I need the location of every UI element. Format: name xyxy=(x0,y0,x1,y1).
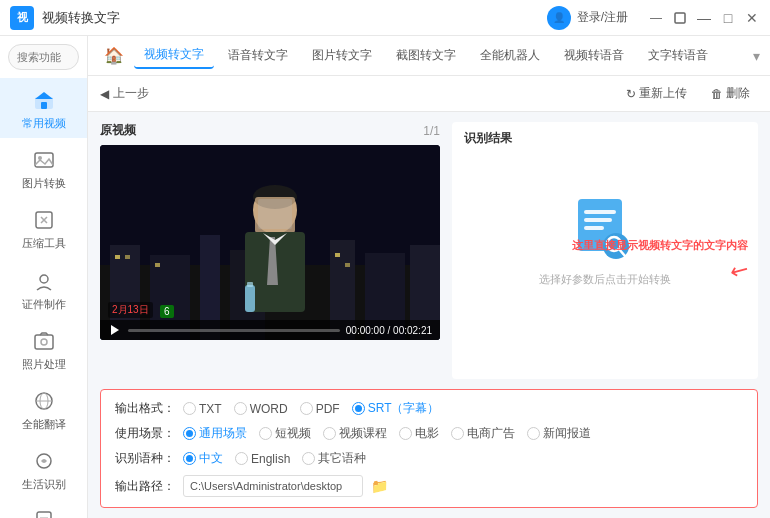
life-icon xyxy=(30,447,58,475)
maximize-button[interactable]: □ xyxy=(720,10,736,26)
delete-button[interactable]: 🗑 删除 xyxy=(703,82,758,105)
close-button[interactable]: ✕ xyxy=(744,10,760,26)
folder-icon[interactable]: 📁 xyxy=(371,478,388,494)
sidebar-item-translate[interactable]: 全能翻译 xyxy=(0,379,87,439)
progress-time: 00:00:00 / 00:02:21 xyxy=(346,325,432,336)
search-input[interactable] xyxy=(8,44,79,70)
format-word-radio[interactable] xyxy=(234,402,247,415)
lang-english-radio[interactable] xyxy=(235,452,248,465)
lang-chinese-radio[interactable] xyxy=(183,452,196,465)
scene-movie[interactable]: 电影 xyxy=(399,425,439,442)
svg-marker-44 xyxy=(111,325,119,335)
minimize-button[interactable]: — xyxy=(696,10,712,26)
main-layout: 常用视频 图片转换 压缩工具 xyxy=(0,36,770,518)
svg-rect-8 xyxy=(35,335,53,349)
scene-news[interactable]: 新闻报道 xyxy=(527,425,591,442)
sidebar-item-common-video[interactable]: 常用视频 xyxy=(0,78,87,138)
format-txt-radio[interactable] xyxy=(183,402,196,415)
avatar: 👤 xyxy=(547,6,571,30)
format-srt-radio[interactable] xyxy=(352,402,365,415)
user-section[interactable]: 👤 登录/注册 xyxy=(547,6,628,30)
sidebar-item-label: 照片处理 xyxy=(22,358,66,371)
sidebar-item-label: 证件制作 xyxy=(22,298,66,311)
lang-label: 识别语种： xyxy=(115,450,175,467)
back-button[interactable]: ◀ 上一步 xyxy=(100,85,149,102)
lang-chinese[interactable]: 中文 xyxy=(183,450,223,467)
svg-rect-48 xyxy=(584,226,604,230)
video-panel: 原视频 1/1 xyxy=(100,122,440,379)
sidebar-item-life-ocr[interactable]: 生活识别 xyxy=(0,439,87,499)
path-row: 输出路径： 📁 xyxy=(115,475,743,497)
reupload-button[interactable]: ↻ 重新上传 xyxy=(618,82,695,105)
scene-short[interactable]: 短视频 xyxy=(259,425,311,442)
sidebar-item-label: 生活识别 xyxy=(22,478,66,491)
title-bar: 视 视频转换文字 👤 登录/注册 — — □ ✕ xyxy=(0,0,770,36)
svg-rect-46 xyxy=(584,210,616,214)
format-txt[interactable]: TXT xyxy=(183,402,222,416)
scene-course[interactable]: 视频课程 xyxy=(323,425,387,442)
pin-icon[interactable] xyxy=(672,10,688,26)
tab-speech-text[interactable]: 语音转文字 xyxy=(218,43,298,68)
lang-english[interactable]: English xyxy=(235,452,290,466)
scene-short-radio[interactable] xyxy=(259,427,272,440)
work-area: 原视频 1/1 xyxy=(88,112,770,389)
nav-home-button[interactable]: 🏠 xyxy=(98,40,130,72)
toolbar: ◀ 上一步 ↻ 重新上传 🗑 删除 xyxy=(88,76,770,112)
back-label: 上一步 xyxy=(113,85,149,102)
format-row: 输出格式： TXT WORD PDF xyxy=(115,400,743,417)
tab-video-speech[interactable]: 视频转语音 xyxy=(554,43,634,68)
tab-text-speech[interactable]: 文字转语音 xyxy=(638,43,718,68)
sidebar-item-compress[interactable]: 压缩工具 xyxy=(0,198,87,258)
result-title: 识别结果 xyxy=(464,130,512,147)
scene-news-radio[interactable] xyxy=(527,427,540,440)
video-title: 原视频 xyxy=(100,122,136,139)
sidebar-item-pdf-convert[interactable]: PDF转换 xyxy=(0,499,87,518)
tab-video-text[interactable]: 视频转文字 xyxy=(134,42,214,69)
format-pdf[interactable]: PDF xyxy=(300,402,340,416)
scene-common[interactable]: 通用场景 xyxy=(183,425,247,442)
translate-icon xyxy=(30,387,58,415)
svg-marker-2 xyxy=(35,92,53,99)
options-panel: 输出格式： TXT WORD PDF xyxy=(100,389,758,508)
format-radio-group: TXT WORD PDF SRT（字幕） xyxy=(183,400,439,417)
cert-icon xyxy=(30,267,58,295)
scene-ecommerce-radio[interactable] xyxy=(451,427,464,440)
svg-rect-14 xyxy=(37,512,51,518)
image-icon xyxy=(30,146,58,174)
sidebar-item-cert[interactable]: 证件制作 xyxy=(0,259,87,319)
svg-rect-32 xyxy=(155,263,160,267)
lang-other[interactable]: 其它语种 xyxy=(302,450,366,467)
sidebar: 常用视频 图片转换 压缩工具 xyxy=(0,36,88,518)
sidebar-item-label: 常用视频 xyxy=(22,117,66,130)
svg-rect-47 xyxy=(584,218,612,222)
format-pdf-radio[interactable] xyxy=(300,402,313,415)
app-title: 视频转换文字 xyxy=(42,9,547,27)
tab-image-text[interactable]: 图片转文字 xyxy=(302,43,382,68)
compress-icon xyxy=(30,206,58,234)
format-srt[interactable]: SRT（字幕） xyxy=(352,400,440,417)
video-player[interactable]: 2月13日 6 00:00:00 / 00:02:21 xyxy=(100,145,440,340)
delete-icon: 🗑 xyxy=(711,87,723,101)
red-arrow-icon: ↙ xyxy=(725,254,754,286)
sidebar-item-photo[interactable]: 照片处理 xyxy=(0,319,87,379)
path-input[interactable] xyxy=(183,475,363,497)
scene-common-radio[interactable] xyxy=(183,427,196,440)
format-word[interactable]: WORD xyxy=(234,402,288,416)
tab-all-robot[interactable]: 全能机器人 xyxy=(470,43,550,68)
menu-icon[interactable]: — xyxy=(648,10,664,26)
path-label: 输出路径： xyxy=(115,478,175,495)
progress-bar[interactable] xyxy=(128,329,340,332)
scene-movie-radio[interactable] xyxy=(399,427,412,440)
scene-ecommerce[interactable]: 电商广告 xyxy=(451,425,515,442)
sidebar-search[interactable] xyxy=(0,36,87,78)
scene-course-radio[interactable] xyxy=(323,427,336,440)
lang-other-radio[interactable] xyxy=(302,452,315,465)
sidebar-item-image-convert[interactable]: 图片转换 xyxy=(0,138,87,198)
svg-rect-38 xyxy=(258,199,292,229)
nav-dropdown-arrow[interactable]: ▾ xyxy=(753,48,760,64)
play-icon[interactable] xyxy=(108,323,122,337)
result-arrow-hint: 这里直接显示视频转文字的文字内容 ↙ xyxy=(572,238,748,283)
video-progress[interactable]: 00:00:00 / 00:02:21 xyxy=(100,320,440,340)
nav-tabs: 🏠 视频转文字 语音转文字 图片转文字 截图转文字 全能机器人 视频转语音 文字… xyxy=(88,36,770,76)
tab-screenshot-text[interactable]: 截图转文字 xyxy=(386,43,466,68)
